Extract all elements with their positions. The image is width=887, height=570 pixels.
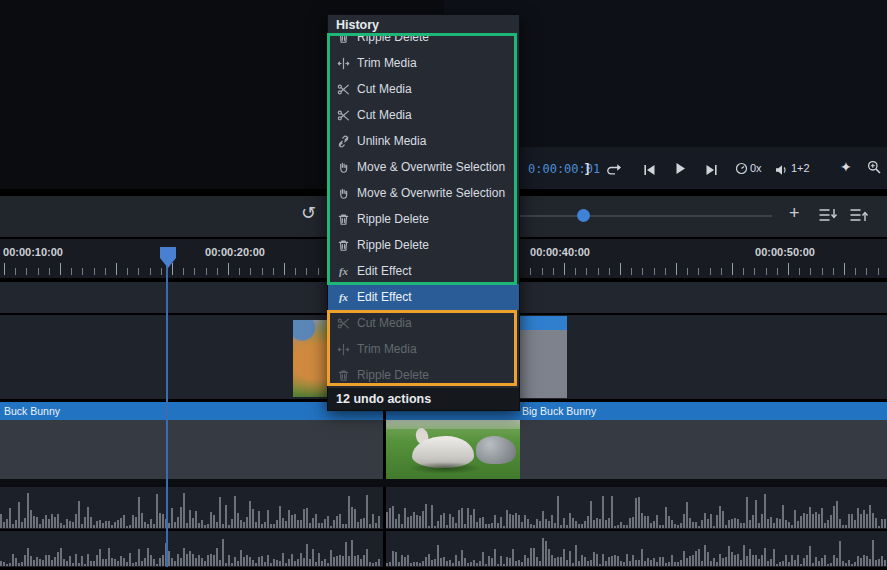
ruler-tick [542, 268, 543, 275]
history-item-move-overwrite-selection[interactable]: Move & Overwrite Selection [328, 180, 519, 206]
history-footer: 12 undo actions [328, 388, 519, 410]
history-item-label: Ripple Delete [357, 238, 429, 252]
mark-out-bracket: ] [585, 160, 589, 175]
waveform [386, 486, 887, 528]
ruler-tick [878, 268, 879, 275]
trim-icon [337, 343, 350, 356]
playback-speed-label: 0x [750, 162, 762, 174]
ruler-tick [71, 268, 72, 275]
history-item-label: Cut Media [357, 82, 412, 96]
ruler-tick [161, 268, 162, 275]
audio-clip-left[interactable] [0, 487, 383, 529]
history-item-ripple-delete[interactable]: Ripple Delete [328, 206, 519, 232]
ruler-tick [822, 268, 823, 275]
history-item-ripple-delete[interactable]: Ripple Delete [328, 232, 519, 258]
playhead-line [166, 266, 168, 567]
waveform [386, 530, 887, 566]
clip-divider [383, 402, 386, 479]
clip-header-buck-bunny[interactable]: Buck Bunny [0, 402, 383, 420]
ruler-tick [754, 268, 755, 275]
history-item-trim-media[interactable]: Trim Media [328, 50, 519, 76]
history-item-label: Ripple Delete [357, 368, 429, 382]
video-editor-app: 0:00:00:01 ] 0x 1+2 ✦ ↺ + 00:00:10:0000:… [0, 0, 887, 570]
audio-clip-right[interactable] [386, 487, 887, 529]
effects-sparkle-icon[interactable]: ✦ [840, 159, 852, 175]
add-track-icon[interactable] [818, 207, 838, 227]
audio-clip-left[interactable] [0, 531, 383, 567]
undo-history-icon[interactable]: ↺ [301, 202, 316, 224]
ruler-tick [586, 268, 587, 275]
ruler-tick [810, 268, 811, 275]
previous-frame-icon[interactable] [643, 162, 656, 180]
ruler-tick [844, 263, 845, 275]
ruler-tick [306, 268, 307, 275]
history-item-ripple-delete[interactable]: Ripple Delete [328, 36, 519, 50]
timecode-display: 0:00:00:01 [528, 162, 600, 176]
remove-track-icon[interactable] [849, 207, 869, 227]
history-item-trim-media[interactable]: Trim Media [328, 336, 519, 362]
ruler-tick [866, 268, 867, 275]
thumbnail-sky [386, 420, 520, 429]
move-icon [337, 161, 350, 174]
clip-label: Big Buck Bunny [522, 402, 596, 420]
history-item-label: Cut Media [357, 108, 412, 122]
zoom-icon[interactable] [867, 160, 881, 178]
ruler-tick [262, 268, 263, 275]
audio-clip-divider [383, 487, 386, 567]
ruler-tick [564, 263, 565, 275]
history-popup-title: History [328, 15, 519, 36]
history-item-ripple-delete[interactable]: Ripple Delete [328, 362, 519, 388]
ruler-tick [833, 268, 834, 275]
history-item-cut-media[interactable]: Cut Media [328, 76, 519, 102]
add-button[interactable]: + [789, 203, 800, 224]
fx-icon: fx [337, 265, 350, 278]
loop-play-icon[interactable] [606, 162, 624, 180]
history-item-cut-media[interactable]: Cut Media [328, 310, 519, 336]
ruler-tick [766, 268, 767, 275]
ruler-tick [183, 268, 184, 275]
history-item-edit-effect[interactable]: fxEdit Effect [328, 258, 519, 284]
history-item-cut-media[interactable]: Cut Media [328, 102, 519, 128]
fx-icon: fx [337, 291, 350, 304]
ruler-timecode-label: 00:00:20:00 [205, 246, 265, 258]
history-item-label: Move & Overwrite Selection [357, 160, 505, 174]
trash-icon [337, 369, 350, 382]
ruler-tick [799, 268, 800, 275]
history-item-label: Ripple Delete [357, 36, 429, 44]
ruler-tick [855, 268, 856, 275]
history-item-move-overwrite-selection[interactable]: Move & Overwrite Selection [328, 154, 519, 180]
audio-track-2 [0, 531, 887, 567]
ruler-tick [676, 263, 677, 275]
ruler-tick [620, 263, 621, 275]
zoom-slider-handle[interactable] [577, 209, 590, 222]
ruler-timecode-label: 00:00:40:00 [530, 246, 590, 258]
history-item-label: Move & Overwrite Selection [357, 186, 505, 200]
audio-clip-right[interactable] [386, 531, 887, 567]
clip-body-big-buck-bunny[interactable] [386, 420, 887, 479]
history-popup: History Ripple DeleteTrim MediaCut Media… [327, 14, 520, 411]
ruler-tick [138, 268, 139, 275]
unlink-icon [337, 135, 350, 148]
history-item-label: Unlink Media [357, 134, 426, 148]
next-frame-icon[interactable] [705, 162, 718, 180]
thumbnail-rock [476, 436, 516, 464]
ruler-tick [228, 263, 229, 275]
speaker-icon[interactable] [775, 162, 788, 180]
ruler-tick [777, 268, 778, 275]
ruler-tick [665, 268, 666, 275]
move-icon [337, 187, 350, 200]
ruler-tick [598, 268, 599, 275]
playback-speed-icon[interactable] [735, 161, 748, 179]
ruler-tick [710, 268, 711, 275]
ruler-tick [788, 263, 789, 275]
history-item-edit-effect[interactable]: fxEdit Effect [328, 284, 519, 310]
ruler-tick [105, 268, 106, 275]
ruler-tick [553, 268, 554, 275]
play-icon[interactable] [675, 161, 686, 179]
history-item-unlink-media[interactable]: Unlink Media [328, 128, 519, 154]
scissors-icon [337, 109, 350, 122]
ruler-tick [217, 268, 218, 275]
ruler-tick [743, 268, 744, 275]
ruler-tick [631, 268, 632, 275]
clip-body-buck-bunny[interactable] [0, 420, 383, 479]
